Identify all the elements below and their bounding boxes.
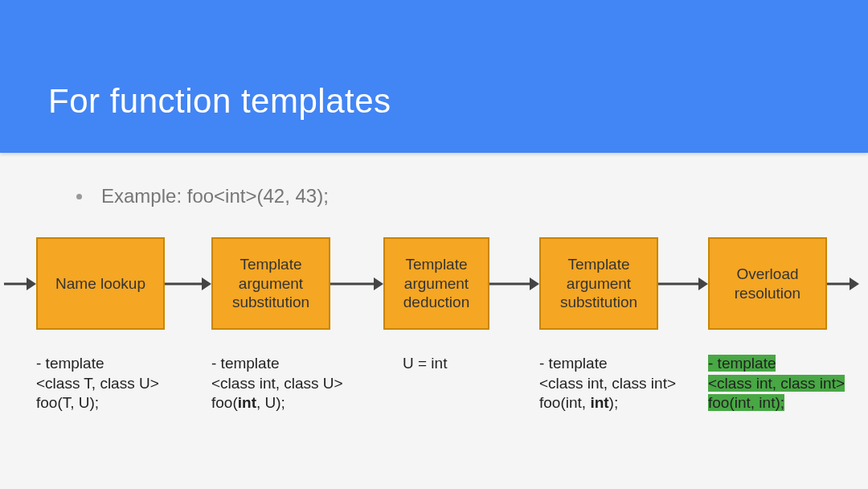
arrow-icon [4,274,36,294]
flow-box-label: Template argument substitution [232,255,309,312]
flow-box-template-substitution-1: Template argument substitution [211,237,330,330]
flow-box-overload-resolution: Overload resolution [708,237,827,330]
note-line-highlight: foo(int, int); [708,394,784,411]
bullet-item: Example: foo<int>(42, 43); [32,185,836,208]
note-line-highlight: - template [708,355,776,372]
flow-box-template-substitution-2: Template argument substitution [539,237,658,330]
arrow-icon [489,274,539,294]
note-substitution-1: - template <class int, class U> foo(int,… [211,354,383,413]
note-line: foo(T, U); [36,394,99,411]
note-line-part: ); [609,394,619,411]
flow-box-label: Name lookup [55,274,145,294]
note-line-bold: int [590,394,608,411]
bullet-text: Example: foo<int>(42, 43); [101,185,329,208]
flow-box-label: Overload resolution [735,265,800,303]
note-line-part: foo( [211,394,238,411]
svg-marker-3 [202,277,211,290]
note-overload-resolution: - template <class int, class int> foo(in… [708,354,845,413]
note-line: <class T, class U> [36,375,159,392]
note-line: - template [36,355,104,372]
svg-marker-9 [698,277,708,290]
arrow-icon [827,274,859,294]
flow-notes: - template <class T, class U> foo(T, U);… [0,354,868,413]
flow-box-template-deduction: Template argument deduction [383,237,489,330]
flow-box-label: Template argument substitution [560,255,637,312]
note-line-part: foo(int, [539,394,590,411]
note-name-lookup: - template <class T, class U> foo(T, U); [36,354,211,413]
flow-box-label: Template argument deduction [403,255,469,312]
note-line-bold: int [238,394,256,411]
note-line-highlight: <class int, class int> [708,375,845,392]
flow-box-name-lookup: Name lookup [36,237,165,330]
svg-marker-11 [850,277,859,290]
arrow-icon [330,274,383,294]
slide-title: For function templates [48,82,391,121]
note-deduction: U = int [383,354,539,413]
note-line-part: , U); [256,394,285,411]
note-substitution-2: - template <class int, class int> foo(in… [539,354,708,413]
note-line: <class int, class U> [211,375,343,392]
flow-diagram: Name lookup Template argument substituti… [0,237,868,330]
note-line: <class int, class int> [539,375,676,392]
slide: For function templates Example: foo<int>… [0,0,868,489]
note-line: - template [211,355,279,372]
slide-header: For function templates [0,0,868,153]
note-line: U = int [403,355,447,372]
note-line: - template [539,355,607,372]
arrow-icon [165,274,211,294]
arrow-icon [658,274,708,294]
svg-marker-5 [374,277,383,290]
slide-body: Example: foo<int>(42, 43); [0,153,868,208]
svg-marker-7 [530,277,539,290]
svg-marker-1 [27,277,36,290]
bullet-dot-icon [76,194,82,199]
